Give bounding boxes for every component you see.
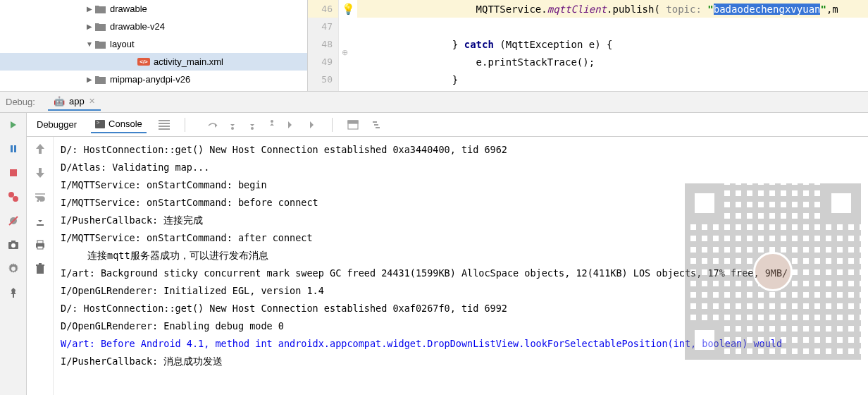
- svg-rect-0: [10, 169, 17, 176]
- step-into-button[interactable]: [225, 117, 240, 133]
- fold-icon[interactable]: ⊕: [342, 48, 348, 57]
- svg-rect-23: [37, 246, 43, 249]
- debug-action-toolbar: [0, 113, 27, 395]
- android-icon: 🤖: [54, 96, 65, 107]
- log-line: I/PusherCallback: 连接完成: [61, 212, 861, 229]
- evaluate-expression-button[interactable]: [345, 117, 361, 133]
- project-tree[interactable]: ▶ drawable ▶ drawable-v24 ▼ layout </> a…: [0, 0, 307, 91]
- line-number[interactable]: 50: [308, 71, 338, 88]
- lightbulb-icon[interactable]: 💡: [342, 3, 355, 16]
- trace-button[interactable]: [371, 117, 386, 133]
- line-number[interactable]: 47: [308, 18, 338, 35]
- svg-point-13: [231, 127, 234, 130]
- collapse-arrow-icon[interactable]: ▼: [85, 40, 94, 48]
- tree-item-label: drawable: [110, 4, 147, 14]
- editor-gutter-icons: 💡 ⊕: [339, 0, 357, 91]
- code-line: MQTTService.mqttClient.publish( topic: "…: [357, 0, 868, 18]
- stop-button[interactable]: [6, 165, 21, 181]
- step-over-button[interactable]: [205, 117, 221, 133]
- tree-item-mipmap[interactable]: ▶ mipmap-anydpi-v26: [0, 71, 307, 88]
- debug-tab-label: app: [69, 96, 85, 107]
- log-line: I/MQTTService: onStartCommand: after con…: [61, 229, 861, 247]
- print-button[interactable]: [32, 237, 48, 253]
- tree-item-drawable-v24[interactable]: ▶ drawable-v24: [0, 18, 307, 35]
- svg-rect-24: [37, 266, 44, 274]
- folder-icon: [94, 75, 106, 85]
- log-line: D/Atlas: Validating map...: [61, 159, 861, 176]
- svg-point-2: [13, 196, 18, 202]
- up-stack-button[interactable]: [32, 141, 48, 157]
- down-stack-button[interactable]: [32, 165, 48, 181]
- tab-debugger[interactable]: Debugger: [32, 116, 81, 133]
- line-number[interactable]: 48: [308, 35, 338, 53]
- svg-point-1: [8, 192, 14, 198]
- step-out-button[interactable]: [264, 117, 280, 133]
- log-line: 连接mqtt服务器成功，可以进行发布消息: [61, 247, 861, 265]
- tree-item-drawable[interactable]: ▶ drawable: [0, 0, 307, 18]
- log-line: I/MQTTService: onStartCommand: before co…: [61, 194, 861, 212]
- folder-icon: [94, 4, 106, 14]
- clear-all-button[interactable]: [32, 261, 48, 276]
- svg-rect-11: [159, 126, 170, 127]
- log-line: D/OpenGLRenderer: Enabling debug mode 0: [61, 317, 861, 335]
- log-line: W/art: Before Android 4.1, method int an…: [61, 335, 861, 353]
- tab-console[interactable]: Console: [91, 116, 147, 133]
- folder-icon: [94, 22, 106, 32]
- expand-arrow-icon[interactable]: ▶: [85, 23, 94, 30]
- rerun-button[interactable]: [6, 117, 21, 133]
- svg-point-15: [271, 120, 273, 123]
- svg-rect-20: [376, 127, 380, 128]
- code-line: } catch (MqttException e) {: [357, 35, 868, 53]
- drop-frame-button[interactable]: [284, 117, 299, 133]
- svg-rect-22: [37, 241, 43, 243]
- code-line: }: [357, 71, 868, 88]
- log-line: I/OpenGLRenderer: Initialized EGL, versi…: [61, 282, 861, 300]
- expand-arrow-icon[interactable]: ▶: [85, 5, 94, 13]
- tree-item-label: activity_main.xml: [154, 56, 223, 67]
- camera-button[interactable]: [6, 237, 21, 253]
- xml-file-icon: </>: [138, 57, 149, 67]
- settings-button[interactable]: [6, 261, 21, 276]
- show-execution-point-button[interactable]: [156, 117, 172, 133]
- pause-button[interactable]: [6, 141, 21, 157]
- expand-arrow-icon[interactable]: ▶: [85, 75, 94, 83]
- line-number[interactable]: 49: [308, 53, 338, 71]
- run-to-cursor-button[interactable]: [304, 117, 319, 133]
- debug-tool-window-tabs: Debug: 🤖 app ✕: [0, 92, 868, 113]
- console-output[interactable]: D/: HostConnection::get() New Host Conne…: [54, 137, 868, 395]
- svg-rect-25: [36, 265, 44, 266]
- svg-rect-26: [39, 263, 42, 265]
- debug-title: Debug:: [6, 97, 35, 107]
- svg-rect-19: [374, 124, 378, 126]
- log-line: D/: HostConnection::get() New Host Conne…: [61, 141, 861, 159]
- code-line: [357, 18, 868, 35]
- tree-item-layout[interactable]: ▼ layout: [0, 35, 307, 53]
- line-number[interactable]: 46: [308, 0, 338, 18]
- tree-item-label: layout: [110, 39, 135, 49]
- svg-rect-6: [11, 241, 16, 243]
- tree-item-label: drawable-v24: [110, 21, 165, 32]
- svg-rect-12: [159, 128, 170, 130]
- debug-tab-app[interactable]: 🤖 app ✕: [48, 93, 101, 111]
- view-breakpoints-button[interactable]: [6, 189, 21, 205]
- svg-point-7: [11, 243, 16, 248]
- close-icon[interactable]: ✕: [89, 97, 95, 106]
- terminal-icon: [95, 120, 105, 128]
- svg-rect-8: [13, 294, 14, 298]
- log-line: I/art: Background sticky concurrent mark…: [61, 265, 861, 282]
- pin-button[interactable]: [6, 285, 21, 300]
- tree-item-activity-main[interactable]: </> activity_main.xml: [0, 53, 307, 71]
- tree-item-label: mipmap-anydpi-v26: [110, 74, 190, 85]
- mute-breakpoints-button[interactable]: [6, 213, 21, 229]
- svg-rect-9: [159, 120, 170, 121]
- force-step-into-button[interactable]: [244, 117, 260, 133]
- scroll-to-end-button[interactable]: [32, 213, 48, 229]
- debug-inner-tabs: Debugger Console: [27, 113, 868, 137]
- soft-wrap-button[interactable]: [32, 189, 48, 205]
- folder-icon: [94, 40, 106, 49]
- code-editor[interactable]: MQTTService.mqttClient.publish( topic: "…: [357, 0, 868, 91]
- svg-rect-10: [159, 123, 170, 124]
- editor-gutter: 46 47 48 49 50: [307, 0, 339, 91]
- log-line: I/PusherCallback: 消息成功发送: [61, 353, 861, 370]
- log-line: I/MQTTService: onStartCommand: begin: [61, 176, 861, 194]
